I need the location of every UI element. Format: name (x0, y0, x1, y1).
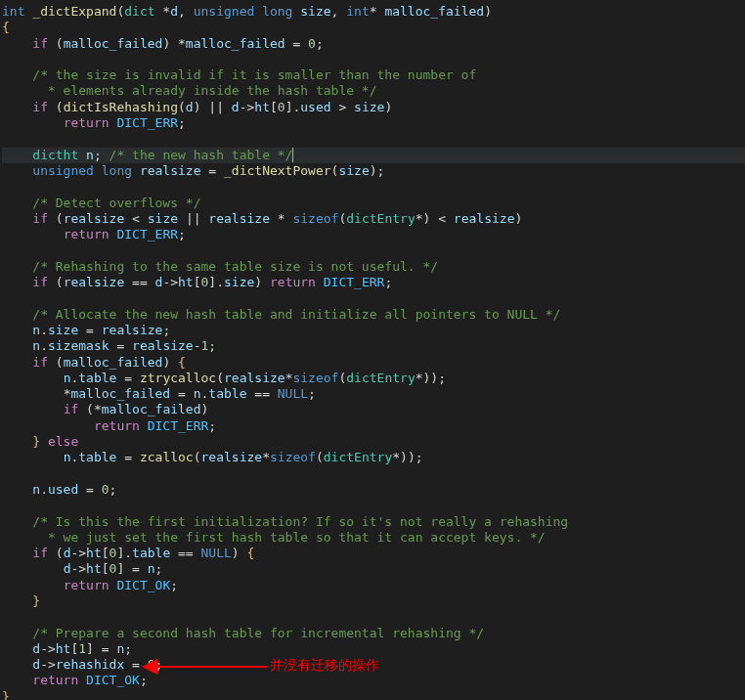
var-rs2: realsize (208, 211, 270, 226)
star: * (262, 450, 270, 464)
fn-dir: dictIsRehashing (64, 100, 178, 114)
kw-return: return (64, 115, 110, 130)
used: used (300, 100, 330, 114)
var-size: size (338, 163, 369, 178)
var-rs: realsize (201, 450, 263, 464)
mac-ok: DICT_OK (116, 578, 170, 592)
highlighted-line: dictht n; /* the new hash table */ (2, 148, 745, 163)
table: table (208, 386, 246, 401)
kw-return: return (270, 275, 316, 289)
eq: = (116, 338, 124, 353)
kw-int2: int (346, 4, 369, 19)
mac-err: DICT_ERR (116, 115, 178, 130)
table: table (78, 371, 116, 385)
var-rs: realsize (64, 211, 125, 226)
comment-l5: /* the size is invalid if it is smaller … (32, 67, 476, 82)
ht: ht (254, 100, 270, 114)
brace-close: } (2, 689, 10, 700)
var-n: n (32, 323, 40, 337)
param-size: size (300, 4, 330, 19)
var-d: d (32, 641, 40, 656)
table: table (78, 450, 116, 464)
kw-int: int (2, 4, 24, 19)
var-n: n (116, 641, 124, 656)
mac-err: DICT_ERR (148, 418, 209, 433)
star: * (278, 211, 285, 226)
kw-if: if (32, 355, 48, 370)
minus: - (194, 338, 201, 353)
kw-if: if (32, 546, 48, 560)
eq: = (132, 657, 140, 672)
kw-return: return (32, 673, 78, 687)
star: * (94, 402, 102, 416)
kw-return: return (64, 578, 110, 592)
table: table (132, 546, 170, 560)
num-1: 1 (78, 641, 86, 656)
param-mf: malloc_failed (384, 4, 484, 19)
eq: = (292, 36, 300, 51)
size: size (224, 275, 254, 289)
kw-return: return (94, 418, 140, 433)
mac-ok: DICT_OK (86, 673, 140, 687)
var-size: size (148, 211, 178, 226)
var-d: d (64, 546, 71, 560)
eq: == (178, 546, 194, 560)
var-rs: realsize (102, 323, 163, 337)
var-rs: realsize (64, 275, 125, 289)
mac-err: DICT_ERR (116, 227, 178, 241)
fn-zc: zcalloc (140, 450, 194, 464)
comment-n: /* the new hash table */ (110, 148, 293, 162)
var-n: n (86, 148, 94, 162)
text-cursor (292, 148, 293, 162)
type-de: dictEntry (324, 450, 392, 464)
rehashidx: rehashidx (56, 657, 124, 672)
used: used (48, 482, 78, 497)
type-de: dictEntry (346, 371, 415, 385)
num-1: 1 (201, 338, 209, 353)
num-0: 0 (102, 482, 110, 497)
ht: ht (86, 561, 102, 576)
ht: ht (86, 546, 102, 560)
num-0: 0 (278, 100, 285, 114)
var-mf2: malloc_failed (186, 36, 285, 51)
var-n: n (64, 371, 71, 385)
eq: == (132, 275, 148, 289)
eq: = (124, 450, 132, 464)
kw-sizeof: sizeof (292, 211, 338, 226)
kw-else: else (48, 434, 78, 449)
eq: = (86, 323, 94, 337)
var-n: n (194, 386, 201, 401)
var-d: d (186, 100, 194, 114)
type-de: dictEntry (346, 211, 415, 226)
var-mf: malloc_failed (102, 402, 201, 416)
code-block: int _dictExpand(dict *d, unsigned long s… (0, 0, 745, 700)
fn-dnp: _dictNextPower (224, 163, 331, 178)
lt2: < (438, 211, 446, 226)
num-0: 0 (148, 657, 155, 672)
kw-ul: unsigned long (32, 163, 132, 178)
var-d: d (155, 275, 163, 289)
comment-l13: /* Detect overflows */ (32, 196, 200, 210)
var-mf: malloc_failed (64, 36, 163, 51)
kw-return: return (64, 227, 110, 241)
comment-l20: /* Allocate the new hash table and initi… (32, 307, 560, 322)
kw-if: if (32, 100, 48, 114)
num-0: 0 (308, 36, 316, 51)
param-d: d (170, 4, 178, 19)
type-dictht: dictht (32, 148, 78, 162)
var-d2: d (232, 100, 240, 114)
var-rs: realsize (132, 338, 194, 353)
var-rs: realsize (224, 371, 285, 385)
ht: ht (56, 641, 71, 656)
var-d: d (64, 561, 71, 576)
eq: = (102, 641, 110, 656)
mac-err: DICT_ERR (324, 275, 385, 289)
brace-open: { (2, 20, 10, 34)
kw-sizeof: sizeof (270, 450, 316, 464)
kw-if: if (32, 36, 48, 51)
eq2: == (254, 386, 270, 401)
var-mf: malloc_failed (64, 355, 163, 370)
size: size (48, 323, 78, 337)
num-0: 0 (110, 546, 117, 560)
comment-l34: * we just set the first hash table so th… (2, 530, 546, 545)
